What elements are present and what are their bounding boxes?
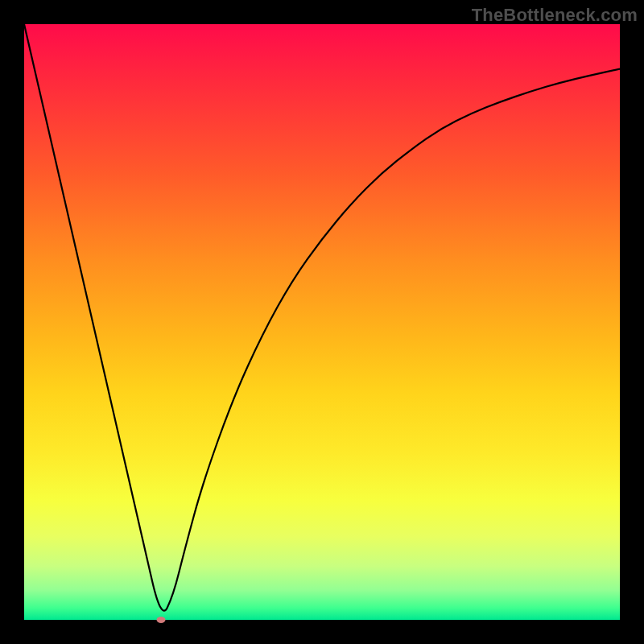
watermark-text: TheBottleneck.com bbox=[472, 5, 638, 26]
plot-area bbox=[24, 24, 620, 620]
chart-frame: TheBottleneck.com bbox=[0, 0, 644, 644]
